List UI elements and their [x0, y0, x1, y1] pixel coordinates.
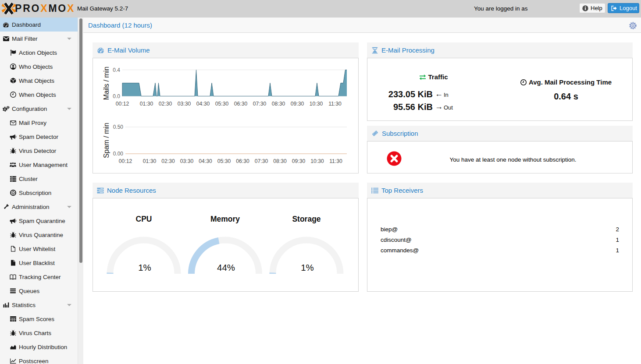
svg-text:00:12: 00:12 [116, 101, 129, 107]
svg-text:07:30: 07:30 [253, 101, 267, 107]
svg-text:1%: 1% [138, 262, 151, 272]
svg-text:01:30: 01:30 [143, 158, 157, 164]
svg-text:09:30: 09:30 [291, 101, 304, 107]
svg-text:05:30: 05:30 [215, 101, 229, 107]
svg-text:07:30: 07:30 [255, 158, 268, 164]
svg-text:0.0: 0.0 [113, 93, 120, 99]
svg-text:10:30: 10:30 [310, 101, 323, 107]
svg-text:03:30: 03:30 [180, 158, 194, 164]
svg-text:01:30: 01:30 [140, 101, 153, 107]
svg-text:08:30: 08:30 [272, 101, 285, 107]
svg-text:10:30: 10:30 [310, 158, 324, 164]
svg-text:03:30: 03:30 [178, 101, 191, 107]
svg-text:08:30: 08:30 [273, 158, 287, 164]
svg-text:04:30: 04:30 [199, 158, 212, 164]
svg-text:44%: 44% [217, 262, 235, 272]
svg-text:04:30: 04:30 [196, 101, 210, 107]
svg-text:0.00: 0.00 [113, 151, 124, 157]
svg-text:02:30: 02:30 [159, 101, 172, 107]
svg-text:02:30: 02:30 [161, 158, 175, 164]
svg-text:0.50: 0.50 [113, 124, 124, 130]
svg-text:06:30: 06:30 [236, 158, 249, 164]
svg-text:00:12: 00:12 [119, 158, 132, 164]
svg-text:11:30: 11:30 [329, 158, 342, 164]
svg-text:11:30: 11:30 [328, 101, 342, 107]
svg-text:0.4: 0.4 [113, 67, 120, 73]
svg-text:PROXMOX: PROXMOX [15, 3, 75, 14]
svg-text:Mails / min: Mails / min [103, 67, 110, 100]
svg-text:1%: 1% [301, 262, 314, 272]
svg-text:05:30: 05:30 [217, 158, 231, 164]
svg-text:Spam / min: Spam / min [103, 123, 110, 158]
svg-text:09:30: 09:30 [292, 158, 306, 164]
svg-text:06:30: 06:30 [234, 101, 248, 107]
